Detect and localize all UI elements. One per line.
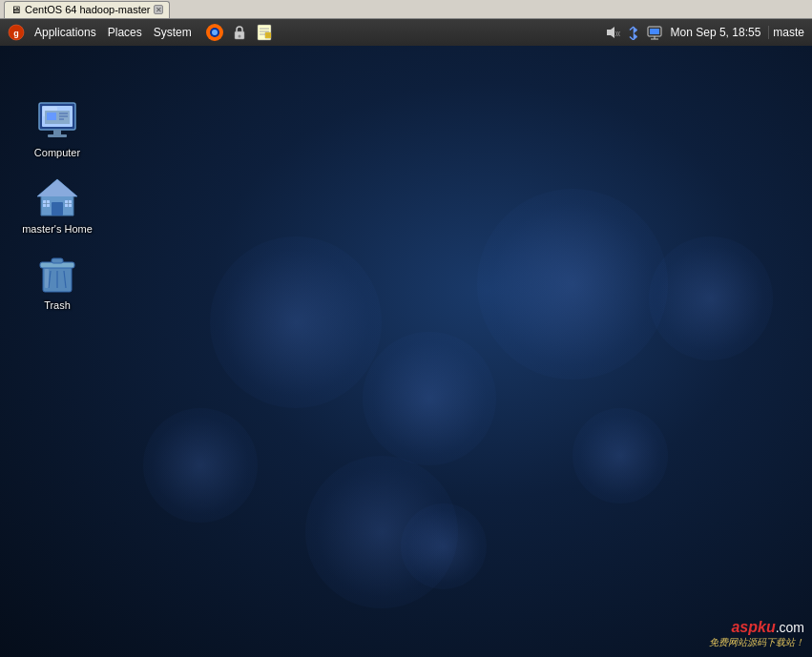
text-editor-icon[interactable] <box>253 21 276 44</box>
volume-icon[interactable]: )))) <box>604 24 621 41</box>
svg-rect-43 <box>52 258 63 263</box>
gnome-icon[interactable]: g <box>5 21 28 44</box>
places-menu[interactable]: Places <box>102 19 148 46</box>
svg-rect-28 <box>47 113 56 120</box>
home-icon-image <box>34 175 80 220</box>
trash-label: Trash <box>41 298 73 312</box>
taskbar: g Applications Places System <box>0 19 812 46</box>
computer-icon[interactable]: Computer <box>19 98 95 159</box>
home-label: master's Home <box>19 222 95 236</box>
bluetooth-icon[interactable] <box>625 24 642 41</box>
tab-favicon: 🖥 <box>10 4 21 15</box>
desktop: Computer master's Home <box>0 46 812 657</box>
watermark: aspku.com 免费网站源码下载站！ <box>709 619 804 649</box>
system-clock[interactable]: Mon Sep 5, 18:55 <box>667 26 765 39</box>
svg-rect-26 <box>48 134 67 137</box>
system-tray: )))) Mon Sep 5, 18:55 maste <box>604 24 808 41</box>
computer-icon-image <box>34 98 80 144</box>
tab-close-button[interactable]: ✕ <box>154 5 163 14</box>
applications-menu[interactable]: Applications <box>29 19 102 46</box>
svg-rect-47 <box>45 269 49 288</box>
svg-rect-34 <box>52 202 63 216</box>
network-icon[interactable] <box>646 24 663 41</box>
system-menu[interactable]: System <box>148 19 198 46</box>
svg-text:)))): )))) <box>615 31 620 36</box>
browser-chrome: 🖥 CentOS 64 hadoop-master ✕ <box>0 0 812 19</box>
svg-line-16 <box>630 27 634 31</box>
svg-rect-11 <box>265 32 271 38</box>
trash-icon-image <box>34 251 80 297</box>
username-display: maste <box>768 26 808 39</box>
svg-rect-21 <box>650 29 659 34</box>
tab-title: CentOS 64 hadoop-master <box>25 4 150 15</box>
svg-line-17 <box>630 37 634 41</box>
svg-marker-33 <box>37 179 77 196</box>
firefox-icon[interactable] <box>203 21 226 44</box>
trash-icon[interactable]: Trash <box>19 251 95 312</box>
lock-screen-icon[interactable] <box>228 21 251 44</box>
svg-marker-14 <box>607 27 614 38</box>
browser-tab[interactable]: 🖥 CentOS 64 hadoop-master ✕ <box>4 1 170 18</box>
home-folder-icon[interactable]: master's Home <box>19 175 95 236</box>
svg-point-4 <box>212 30 218 35</box>
svg-rect-25 <box>53 130 61 134</box>
svg-point-6 <box>238 35 240 38</box>
svg-text:g: g <box>13 29 19 38</box>
computer-label: Computer <box>31 146 83 159</box>
